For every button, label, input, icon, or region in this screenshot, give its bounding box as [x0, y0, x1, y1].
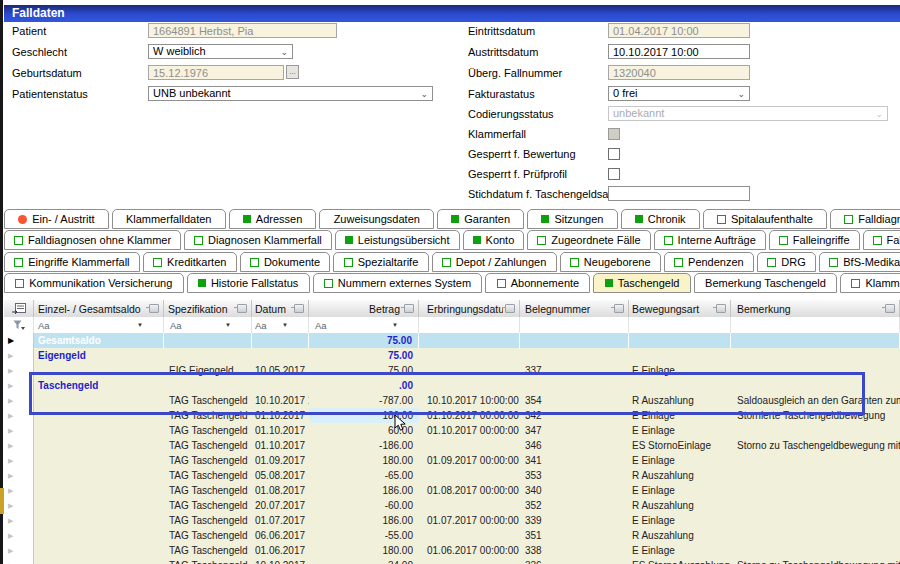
cell[interactable]	[419, 378, 520, 393]
tab-depot-zahlungen[interactable]: Depot / Zahlungen	[432, 252, 557, 272]
cell[interactable]: 75.00	[309, 333, 419, 348]
table-row[interactable]: ▶Eigengeld75.00	[4, 348, 900, 363]
cell[interactable]: 01.10.2017	[252, 438, 309, 453]
cell[interactable]: 347	[520, 423, 629, 438]
table-row[interactable]: ▶TAG Taschengeld06.06.2017-55.00351R Aus…	[4, 528, 900, 543]
cell[interactable]: TAG Taschengeld	[164, 543, 252, 558]
cell[interactable]: Gesamtsaldo	[34, 333, 164, 348]
cell[interactable]: 10.05.2017	[252, 363, 309, 378]
cell[interactable]	[419, 333, 520, 348]
cell[interactable]: 01.09.2017	[252, 453, 309, 468]
cell[interactable]: Eigengeld	[34, 348, 164, 363]
tab-drg[interactable]: DRG	[757, 252, 816, 272]
table-row[interactable]: ▶TAG Taschengeld01.10.2017-186.00346ES S…	[4, 438, 900, 453]
geschlecht-select[interactable]: W weiblich ⌄	[148, 44, 293, 59]
pin-icon[interactable]	[294, 304, 304, 313]
column-header-erbringungsdatum[interactable]: Erbringungsdatum	[419, 300, 520, 317]
cell[interactable]: -65.00	[309, 468, 419, 483]
cell[interactable]: 01.10.2017	[252, 408, 309, 423]
cell[interactable]: -186.00	[309, 438, 419, 453]
tab-bemerkung-taschengeld[interactable]: Bemerkung Taschengeld	[694, 273, 837, 293]
table-properties-cell[interactable]	[4, 300, 34, 317]
filter-cell-empty[interactable]	[629, 317, 731, 333]
cell[interactable]: 01.10.2017 00:00:00	[419, 408, 520, 423]
cell[interactable]	[520, 348, 629, 363]
tab-taschengeld[interactable]: Taschengeld	[593, 273, 690, 293]
cell[interactable]	[34, 393, 164, 408]
cell[interactable]: 01.06.2017	[252, 543, 309, 558]
cell[interactable]: 75.00	[309, 363, 419, 378]
cell[interactable]: 05.08.2017	[252, 468, 309, 483]
cell[interactable]: 352	[520, 498, 629, 513]
cell[interactable]: R Auszahlung	[629, 393, 731, 408]
cell[interactable]	[34, 528, 164, 543]
cell[interactable]	[252, 348, 309, 363]
cell[interactable]: 01.07.2017 00:00:00	[419, 513, 520, 528]
table-row[interactable]: ▶TAG Taschengeld10.10.2017-34.00336ES St…	[4, 558, 900, 564]
table-row[interactable]: ▶Taschengeld.00	[4, 378, 900, 393]
tab-abonnemente[interactable]: Abonnemente	[485, 273, 590, 293]
cell[interactable]: 336	[520, 558, 629, 564]
cell[interactable]	[731, 468, 900, 483]
tab-klammerfalldaten[interactable]: Klammerfalldaten	[112, 209, 226, 229]
cell[interactable]: 341	[520, 453, 629, 468]
pin-icon[interactable]	[404, 304, 414, 313]
filter-dropdown-icon[interactable]: ▼	[225, 322, 231, 328]
table-row[interactable]: ▶TAG Taschengeld01.07.2017186.0001.07.20…	[4, 513, 900, 528]
column-header-betrag[interactable]: Betrag	[309, 300, 419, 317]
cell[interactable]: TAG Taschengeld	[164, 453, 252, 468]
cell[interactable]	[629, 378, 731, 393]
cell[interactable]	[34, 423, 164, 438]
cell[interactable]: 340	[520, 483, 629, 498]
cell[interactable]: R Auszahlung	[629, 528, 731, 543]
gesperrt-bewertung-checkbox[interactable]	[608, 148, 620, 160]
cell[interactable]	[419, 558, 520, 564]
table-row[interactable]: ▶Gesamtsaldo75.00	[4, 333, 900, 348]
tab-bfs-medikamente[interactable]: BfS-Medikamente	[819, 252, 900, 272]
tab-leistungsübersicht[interactable]: Leistungsübersicht	[335, 230, 460, 250]
column-header-bemerkung[interactable]: Bemerkung	[731, 300, 900, 317]
cell[interactable]: 338	[520, 543, 629, 558]
austrittsdatum-field[interactable]: 10.10.2017 10:00	[608, 44, 750, 59]
cell[interactable]	[520, 378, 629, 393]
gesperrt-pruefprofil-checkbox[interactable]	[608, 168, 620, 180]
cell[interactable]: R Auszahlung	[629, 498, 731, 513]
tab-zuweisungsdaten[interactable]: Zuweisungsdaten	[319, 209, 434, 229]
cell[interactable]: 351	[520, 528, 629, 543]
table-row[interactable]: ▶TAG Taschengeld05.08.2017-65.00353R Aus…	[4, 468, 900, 483]
cell[interactable]: TAG Taschengeld	[164, 468, 252, 483]
cell[interactable]: E Einlage	[629, 408, 731, 423]
cell[interactable]: TAG Taschengeld	[164, 528, 252, 543]
cell[interactable]: TAG Taschengeld	[164, 498, 252, 513]
cell[interactable]: 180.00	[309, 543, 419, 558]
cell[interactable]	[164, 348, 252, 363]
table-row[interactable]: ▶TAG Taschengeld20.07.2017-60.00352R Aus…	[4, 498, 900, 513]
cell[interactable]	[252, 378, 309, 393]
pin-icon[interactable]	[716, 304, 726, 313]
cell[interactable]: R Auszahlung	[629, 468, 731, 483]
table-row[interactable]: ▶EIG Eigengeld10.05.201775.00337E Einlag…	[4, 363, 900, 378]
tab-sitzungen[interactable]: Sitzungen	[527, 209, 617, 229]
tab-konto[interactable]: Konto	[463, 230, 525, 250]
cell[interactable]: Storno zu Taschengeldbewegung mit Belegn…	[731, 558, 900, 564]
filter-dropdown-icon[interactable]: ▼	[392, 322, 398, 328]
cell[interactable]	[731, 513, 900, 528]
cell[interactable]: 339	[520, 513, 629, 528]
tab-klammerfälle[interactable]: Klammerfälle	[840, 273, 900, 293]
cell[interactable]	[419, 348, 520, 363]
fakturastatus-select[interactable]: 0 frei ⌄	[608, 86, 750, 101]
filter-cell-betrag[interactable]: Aa▼	[309, 317, 419, 333]
patientenstatus-select[interactable]: UNB unbekannt ⌄	[148, 86, 433, 101]
cell[interactable]: 01.09.2017 00:00:00	[419, 453, 520, 468]
cell[interactable]	[34, 543, 164, 558]
filter-dropdown-icon[interactable]: ▼	[137, 322, 143, 328]
cell[interactable]: 354	[520, 393, 629, 408]
cell[interactable]	[731, 453, 900, 468]
cell[interactable]: 01.10.2017	[252, 423, 309, 438]
tab-spezialtarife[interactable]: Spezialtarife	[333, 252, 428, 272]
cell[interactable]	[419, 528, 520, 543]
cell[interactable]: TAG Taschengeld	[164, 393, 252, 408]
table-row[interactable]: ▶TAG Taschengeld01.10.2017186.0001.10.20…	[4, 408, 900, 423]
tab-zugeordnete-fälle[interactable]: Zugeordnete Fälle	[527, 230, 650, 250]
tab-historie-fallstatus[interactable]: Historie Fallstatus	[187, 273, 310, 293]
